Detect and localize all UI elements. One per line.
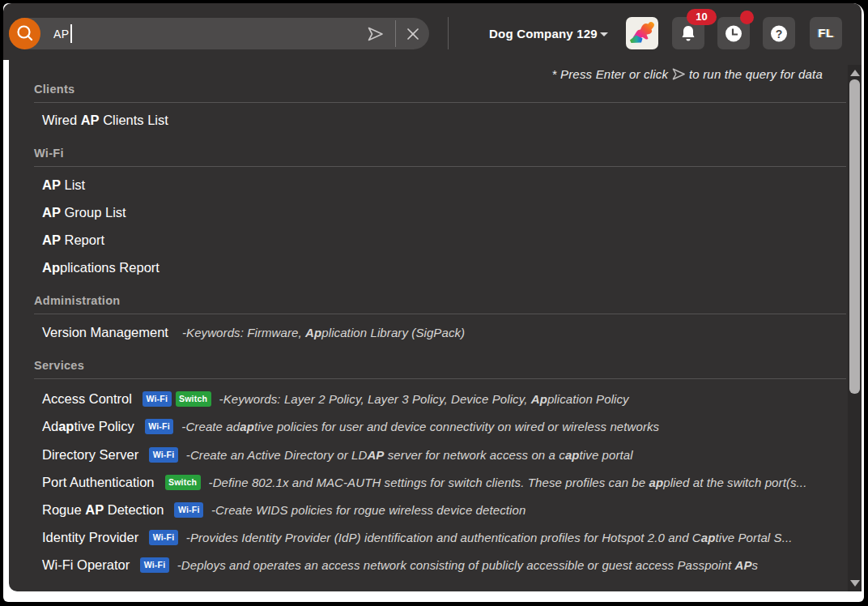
svg-text:?: ? bbox=[776, 28, 783, 41]
